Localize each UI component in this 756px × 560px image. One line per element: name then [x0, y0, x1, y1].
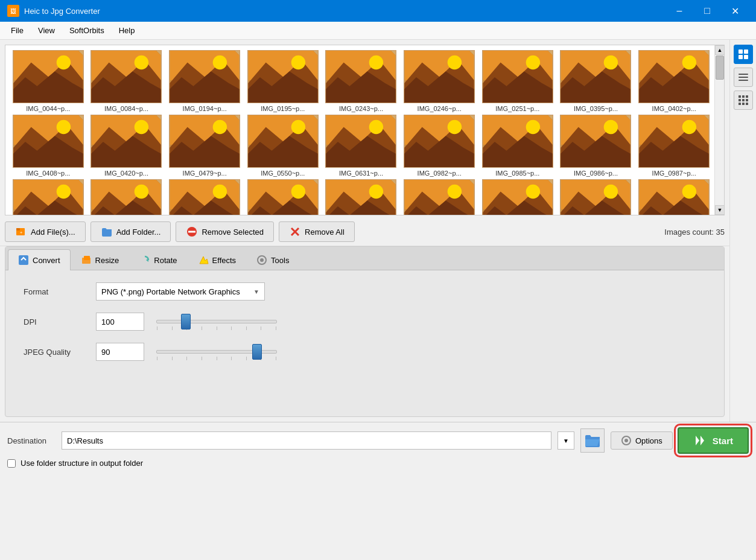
thumbnail-label: IMG_0550~p... — [247, 170, 319, 177]
svg-rect-230 — [744, 49, 748, 54]
dpi-label: DPI — [24, 317, 84, 326]
list-item[interactable]: IMG_0992~p... — [323, 179, 399, 215]
list-item[interactable]: IMG_0420~p... — [89, 115, 165, 177]
remove-all-button[interactable]: Remove All — [279, 221, 355, 242]
list-item[interactable]: IMG_0996~p... — [636, 179, 712, 215]
dpi-input[interactable] — [96, 313, 144, 331]
bottom-right-actions: Options Start — [611, 427, 749, 454]
folder-structure-checkbox[interactable] — [7, 459, 16, 468]
thumbnail-label: IMG_0986~p... — [560, 170, 631, 177]
svg-point-87 — [135, 120, 148, 134]
list-item[interactable]: IMG_0994~p... — [480, 179, 556, 215]
browse-folder-button[interactable] — [580, 428, 605, 453]
svg-point-23 — [213, 56, 227, 69]
svg-rect-243 — [742, 103, 745, 105]
jpeg-quality-row: JPEG Quality — [24, 343, 706, 361]
maximize-button[interactable]: □ — [693, 0, 721, 22]
start-button[interactable]: Start — [678, 427, 749, 454]
list-item[interactable]: IMG_0402~p... — [636, 50, 712, 112]
tab-convert-label: Convert — [33, 256, 60, 265]
list-item[interactable]: IMG_0243~p... — [323, 50, 399, 112]
list-item[interactable]: IMG_0987~p... — [636, 115, 712, 177]
add-folder-button[interactable]: Add Folder... — [91, 221, 171, 242]
list-item[interactable]: IMG_0044~p... — [10, 50, 86, 112]
add-files-button[interactable]: + Add File(s)... — [5, 221, 86, 242]
menu-file[interactable]: File — [5, 24, 30, 37]
minimize-button[interactable]: – — [665, 0, 693, 22]
scrollbar-track[interactable]: ▲ ▼ — [714, 45, 724, 215]
tab-tools[interactable]: Tools — [246, 249, 299, 270]
menu-softorbits[interactable]: SoftOrbits — [63, 24, 110, 37]
list-item[interactable]: IMG_0408~p... — [10, 115, 86, 177]
svg-rect-229 — [739, 49, 743, 54]
destination-input[interactable] — [62, 431, 551, 450]
list-item[interactable]: IMG_0194~p... — [167, 50, 243, 112]
close-button[interactable]: ✕ — [721, 0, 749, 22]
svg-point-159 — [135, 185, 148, 199]
destination-dropdown-arrow[interactable]: ▼ — [557, 431, 574, 450]
destination-label: Destination — [7, 436, 56, 445]
tab-resize[interactable]: Resize — [71, 249, 130, 270]
grid-large-view-button[interactable] — [734, 45, 753, 64]
dpi-slider-container — [156, 313, 277, 331]
svg-rect-238 — [746, 95, 748, 98]
menu-help[interactable]: Help — [113, 24, 141, 37]
list-item[interactable]: IMG_0251~p... — [480, 50, 556, 112]
thumbnail-label: IMG_0246~p... — [404, 105, 475, 112]
list-item[interactable]: IMG_0986~p... — [558, 115, 634, 177]
list-item[interactable]: IMG_0982~p... — [401, 115, 477, 177]
scroll-down-arrow[interactable]: ▼ — [715, 205, 725, 215]
list-item[interactable]: IMG_0084~p... — [89, 50, 165, 112]
tab-effects[interactable]: Effects — [188, 249, 247, 270]
svg-point-135 — [604, 120, 618, 134]
add-files-icon: + — [15, 226, 27, 238]
list-item[interactable]: IMG_0989~p... — [89, 179, 165, 215]
remove-selected-button[interactable]: Remove Selected — [176, 221, 274, 242]
tab-convert[interactable]: Convert — [8, 249, 71, 270]
menu-view[interactable]: View — [32, 24, 61, 37]
list-item[interactable]: IMG_0990~p... — [167, 179, 243, 215]
thumbnail-label: IMG_0044~p... — [13, 105, 84, 112]
scroll-up-arrow[interactable]: ▲ — [715, 45, 725, 55]
svg-point-175 — [291, 185, 305, 199]
list-view-button[interactable] — [734, 68, 753, 87]
format-dropdown-arrow: ▼ — [253, 288, 259, 295]
format-select[interactable]: PNG (*.png) Portable Network Graphics ▼ — [96, 282, 265, 301]
list-item[interactable]: IMG_0479~p... — [167, 115, 243, 177]
list-item[interactable]: IMG_0988~p... — [10, 179, 86, 215]
thumbnail-label: IMG_0631~p... — [325, 170, 396, 177]
svg-point-167 — [213, 185, 227, 199]
svg-rect-235 — [739, 80, 748, 81]
list-item[interactable]: IMG_0985~p... — [480, 115, 556, 177]
tab-rotate[interactable]: Rotate — [129, 249, 187, 270]
image-section: IMG_0044~p... IMG_0084~p... IM — [0, 40, 756, 472]
dpi-slider-thumb[interactable] — [181, 314, 191, 329]
svg-point-127 — [526, 120, 539, 134]
list-item[interactable]: IMG_0550~p... — [245, 115, 321, 177]
svg-rect-237 — [742, 95, 745, 98]
options-label: Options — [635, 436, 662, 445]
tab-resize-label: Resize — [95, 256, 119, 265]
settings-content: Format PNG (*.png) Portable Network Grap… — [5, 270, 724, 385]
svg-point-31 — [291, 56, 305, 69]
main-layout: IMG_0044~p... IMG_0084~p... IM — [0, 40, 756, 472]
list-item[interactable]: IMG_0993~p... — [401, 179, 477, 215]
svg-rect-240 — [742, 99, 745, 101]
svg-point-183 — [369, 185, 383, 199]
list-item[interactable]: IMG_0195~p... — [245, 50, 321, 112]
grid-large-icon — [737, 48, 749, 60]
list-item[interactable]: IMG_0991~p... — [245, 179, 321, 215]
list-item[interactable]: IMG_0246~p... — [401, 50, 477, 112]
scroll-thumb[interactable] — [716, 56, 724, 80]
jpeg-quality-label: JPEG Quality — [24, 348, 84, 357]
jpeg-quality-input[interactable] — [96, 343, 144, 361]
remove-selected-label: Remove Selected — [202, 228, 264, 237]
grid-small-view-button[interactable] — [734, 91, 753, 110]
list-item[interactable]: IMG_0995~p... — [558, 179, 634, 215]
effects-icon — [198, 255, 209, 266]
list-item[interactable]: IMG_0395~p... — [558, 50, 634, 112]
jpeg-quality-slider-thumb[interactable] — [252, 344, 262, 360]
folder-structure-label: Use folder structure in output folder — [21, 459, 143, 468]
options-button[interactable]: Options — [611, 431, 673, 450]
list-item[interactable]: IMG_0631~p... — [323, 115, 399, 177]
